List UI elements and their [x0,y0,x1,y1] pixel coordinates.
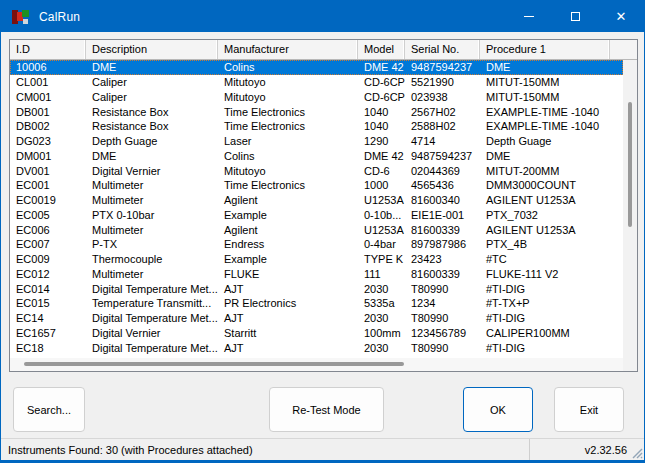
table-cell: DME [480,150,610,162]
table-cell: 4714 [405,135,480,147]
table-cell: 02044369 [405,165,480,177]
table-row[interactable]: DM001DMEColinsDME 429487594237DME [10,149,623,164]
window-title: CalRun [39,10,80,24]
table-cell: #T-TX+P [480,297,610,309]
table-cell: U1253A [358,224,405,236]
table-cell: 123456789 [405,327,480,339]
table-cell: Colins [218,61,358,73]
table-cell: AJT [218,312,358,324]
table-row[interactable]: EC18Digital Temperature Met...AJT2030T80… [10,340,623,355]
table-row[interactable]: EC14Digital Temperature Met...AJT2030T80… [10,311,623,326]
table-cell: DME 42 [358,150,405,162]
table-cell: Temperature Transmitt... [86,297,218,309]
table-cell: MITUT-150MM [480,91,610,103]
ok-button[interactable]: OK [463,387,533,432]
table-cell: Colins [218,150,358,162]
table-row[interactable]: 10006DMEColinsDME 429487594237DME [10,60,623,75]
table-cell: U1253A [358,194,405,206]
status-text: Instruments Found: 30 (with Procedures a… [1,439,530,460]
column-header-manufacturer[interactable]: Manufacturer [218,40,358,59]
table-row[interactable]: DG023Depth GuageLaser12904714Depth Guage [10,134,623,149]
table-cell: #TI-DIG [480,283,610,295]
table-cell: 1000 [358,179,405,191]
app-icon [12,9,29,25]
table-cell: Caliper [86,76,218,88]
table-cell: EC18 [10,342,86,354]
table-cell: CD-6CP [358,91,405,103]
table-row[interactable]: EC1657Digital VernierStarritt100mm123456… [10,326,623,341]
table-cell: MITUT-150MM [480,76,610,88]
table-row[interactable]: EC001MultimeterTime Electronics100045654… [10,178,623,193]
table-cell: DB002 [10,120,86,132]
table-cell: EC015 [10,297,86,309]
close-button[interactable]: ✕ [598,1,644,32]
close-icon: ✕ [616,10,627,23]
table-cell: Digital Vernier [86,327,218,339]
table-row[interactable]: DB001Resistance BoxTime Electronics10402… [10,104,623,119]
table-cell: DME 42 [358,61,405,73]
table-cell: 2030 [358,342,405,354]
table-cell: 10006 [10,61,86,73]
table-row[interactable]: EC005PTX 0-10barExample0-10b...EIE1E-001… [10,208,623,223]
table-row[interactable]: CM001CaliperMitutoyoCD-6CP023938MITUT-15… [10,90,623,105]
table-cell: T80990 [405,342,480,354]
table-cell: 2030 [358,283,405,295]
retest-mode-button[interactable]: Re-Test Mode [269,387,384,432]
table-row[interactable]: EC012MultimeterFLUKE11181600339FLUKE-111… [10,267,623,282]
table-cell: Example [218,253,358,265]
table-row[interactable]: CL001CaliperMitutoyoCD-6CP5521990MITUT-1… [10,75,623,90]
column-header-i-d[interactable]: I.D [10,40,86,59]
minimize-icon [524,16,534,17]
exit-button[interactable]: Exit [554,387,624,432]
maximize-icon [571,12,580,21]
minimize-button[interactable] [506,1,552,32]
table-cell: Time Electronics [218,106,358,118]
table-cell: #TI-DIG [480,342,610,354]
table-header: I.DDescriptionManufacturerModelSerial No… [10,40,637,60]
table-cell: Multimeter [86,179,218,191]
table-cell: P-TX [86,238,218,250]
table-row[interactable]: EC009ThermocoupleExampleTYPE K23423#TC [10,252,623,267]
table-row[interactable]: DB002Resistance BoxTime Electronics10402… [10,119,623,134]
table-cell: EC005 [10,209,86,221]
table-cell: 0-4bar [358,238,405,250]
table-cell: Endress [218,238,358,250]
resize-grip-icon[interactable] [630,446,643,459]
table-cell: Mitutoyo [218,91,358,103]
table-cell: TYPE K [358,253,405,265]
table-row[interactable]: EC006MultimeterAgilentU1253A81600339AGIL… [10,222,623,237]
table-row[interactable]: EC007P-TXEndress0-4bar897987986PTX_4B [10,237,623,252]
vertical-scrollbar[interactable] [623,60,637,358]
vertical-scrollbar-thumb[interactable] [628,102,632,227]
table-cell: 81600339 [405,224,480,236]
horizontal-scrollbar-thumb[interactable] [24,362,404,366]
table-cell: Mitutoyo [218,76,358,88]
table-row[interactable]: DV001Digital VernierMitutoyoCD-602044369… [10,163,623,178]
table-cell: Laser [218,135,358,147]
table-cell: CM001 [10,91,86,103]
column-header-serial-no-[interactable]: Serial No. [405,40,480,59]
table-cell: 2030 [358,312,405,324]
table-row[interactable]: EC014Digital Temperature Met...AJT2030T8… [10,281,623,296]
table-row[interactable]: EC015Temperature Transmitt...PR Electron… [10,296,623,311]
calrun-window: CalRun ✕ I.DDescriptionManufacturerModel… [0,0,645,463]
table-cell: FLUKE [218,268,358,280]
table-cell: EC009 [10,253,86,265]
table-cell: AGILENT U1253A [480,224,610,236]
table-cell: Agilent [218,194,358,206]
maximize-button[interactable] [552,1,598,32]
table-cell: FLUKE-111 V2 [480,268,610,280]
table-cell: Caliper [86,91,218,103]
column-header-description[interactable]: Description [86,40,218,59]
table-cell: 023938 [405,91,480,103]
column-header-procedure-1[interactable]: Procedure 1 [480,40,610,59]
table-row[interactable]: EC0019MultimeterAgilentU1253A81600340AGI… [10,193,623,208]
search-button[interactable]: Search... [13,387,85,432]
horizontal-scrollbar[interactable] [10,358,623,371]
window-controls: ✕ [506,1,644,32]
table-cell: 81600339 [405,268,480,280]
table-cell: 9487594237 [405,61,480,73]
table-cell: Time Electronics [218,179,358,191]
table-cell: Agilent [218,224,358,236]
column-header-model[interactable]: Model [358,40,405,59]
